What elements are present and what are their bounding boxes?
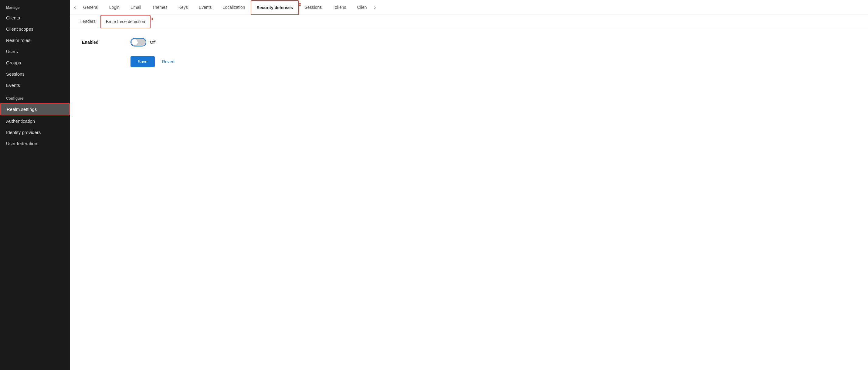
sidebar-item-realm-settings[interactable]: Realm settings 1	[0, 103, 70, 115]
content-area: Enabled Off Save Revert	[70, 28, 868, 370]
sidebar-item-users[interactable]: Users	[0, 46, 70, 57]
sub-tabs-bar: Headers Brute force detection 3	[70, 15, 868, 28]
tab-tokens[interactable]: Tokens	[327, 1, 351, 15]
tab-login[interactable]: Login	[104, 1, 125, 15]
sidebar-item-identity-providers[interactable]: Identity providers	[0, 127, 70, 138]
sidebar-item-sessions[interactable]: Sessions	[0, 68, 70, 80]
revert-button[interactable]: Revert	[157, 56, 179, 67]
annotation-3: 3	[151, 17, 153, 21]
sidebar-item-groups[interactable]: Groups	[0, 57, 70, 68]
sidebar-item-realm-roles[interactable]: Realm roles	[0, 35, 70, 46]
sidebar-item-authentication[interactable]: Authentication	[0, 115, 70, 127]
enabled-row: Enabled Off	[82, 38, 856, 47]
sidebar-item-clients[interactable]: Clients	[0, 12, 70, 23]
tab-general[interactable]: General	[78, 1, 104, 15]
sidebar-item-events[interactable]: Events	[0, 80, 70, 91]
tab-keys[interactable]: Keys	[173, 1, 193, 15]
sidebar-item-user-federation[interactable]: User federation	[0, 138, 70, 149]
enabled-label: Enabled	[82, 40, 130, 45]
save-button[interactable]: Save	[130, 56, 155, 67]
enabled-toggle[interactable]	[130, 38, 146, 47]
sidebar-item-client-scopes[interactable]: Client scopes	[0, 23, 70, 35]
tabs-bar: ‹ General Login Email Themes Keys Events…	[70, 0, 868, 15]
tab-email[interactable]: Email	[125, 1, 147, 15]
sub-tab-headers[interactable]: Headers	[75, 15, 100, 28]
tab-client-policies[interactable]: Clien	[352, 1, 372, 15]
sub-tab-brute-force[interactable]: Brute force detection 3	[100, 15, 151, 28]
tab-themes[interactable]: Themes	[147, 1, 173, 15]
tab-localization[interactable]: Localization	[217, 1, 251, 15]
action-row: Save Revert	[130, 56, 856, 67]
configure-section-label: Configure	[0, 91, 70, 103]
toggle-slider	[130, 38, 146, 47]
tab-next-button[interactable]: ›	[372, 0, 377, 15]
manage-section-label: Manage	[0, 0, 70, 12]
toggle-control: Off	[130, 38, 155, 47]
toggle-status-text: Off	[150, 40, 155, 45]
sidebar: Manage Clients Client scopes Realm roles…	[0, 0, 70, 370]
tab-events[interactable]: Events	[193, 1, 217, 15]
tab-security-defenses[interactable]: Security defenses 2	[251, 0, 299, 15]
main-content: ‹ General Login Email Themes Keys Events…	[70, 0, 868, 370]
annotation-2: 2	[299, 2, 301, 7]
tab-prev-button[interactable]: ‹	[72, 0, 78, 15]
tab-sessions[interactable]: Sessions	[299, 1, 327, 15]
